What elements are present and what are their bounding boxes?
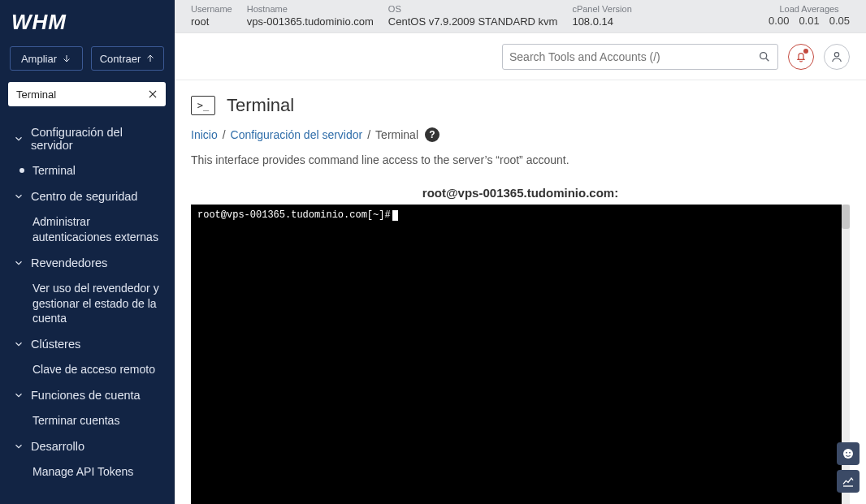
expand-all-label: Ampliar — [21, 53, 57, 65]
bullet-icon — [18, 416, 26, 424]
bullet-icon — [18, 365, 26, 373]
chevron-down-icon — [13, 133, 24, 144]
terminal-container: root@vps-001365.tudominio.com[~]# — [191, 205, 850, 504]
status-bar: Username root Hostname vps-001365.tudomi… — [175, 0, 866, 33]
page-title: Terminal — [227, 95, 294, 116]
svg-point-3 — [19, 367, 24, 372]
user-icon — [830, 50, 843, 63]
svg-point-0 — [19, 168, 24, 173]
sidebar-group-label: Clústeres — [31, 338, 80, 351]
sidebar-item-label: Administrar autenticaciones externas — [32, 214, 164, 245]
svg-point-4 — [19, 418, 24, 423]
sidebar-search-input[interactable] — [8, 88, 166, 101]
svg-point-2 — [19, 286, 24, 291]
svg-point-1 — [19, 219, 24, 224]
sidebar-group-security[interactable]: Centro de seguridad — [0, 183, 174, 209]
help-button[interactable]: ? — [425, 127, 439, 142]
sidebar-search[interactable] — [8, 82, 166, 106]
user-menu-button[interactable] — [824, 44, 850, 70]
breadcrumb: Inicio/ Configuración del servidor/ Term… — [191, 127, 850, 142]
header-toolbar — [175, 33, 866, 80]
sidebar-group-label: Configuración del servidor — [31, 126, 164, 152]
page-header: >_ Terminal — [191, 95, 850, 116]
sidebar-group-label: Revendedores — [31, 256, 107, 269]
crumb-home[interactable]: Inicio — [191, 128, 218, 141]
status-hostname: Hostname vps-001365.tudominio.com — [247, 3, 374, 29]
bullet-icon — [18, 284, 26, 292]
sidebar-item-api-tokens[interactable]: Manage API Tokens — [0, 459, 174, 485]
load-15m: 0.05 — [829, 15, 850, 27]
terminal-page-icon: >_ — [191, 96, 215, 115]
sidebar-item-remote-key[interactable]: Clave de acceso remoto — [0, 357, 174, 382]
status-os: OS CentOS v7.9.2009 STANDARD kvm — [388, 3, 558, 29]
main-panel: Username root Hostname vps-001365.tudomi… — [175, 0, 866, 504]
chevron-down-icon — [13, 257, 24, 269]
collapse-all-label: Contraer — [100, 53, 141, 65]
sidebar-item-external-auth[interactable]: Administrar autenticaciones externas — [0, 209, 174, 250]
global-search[interactable] — [502, 44, 778, 70]
sidebar-item-terminate-accounts[interactable]: Terminar cuentas — [0, 408, 174, 433]
sidebar-group-label: Desarrollo — [31, 440, 84, 453]
arrow-up-icon — [145, 54, 155, 63]
svg-point-7 — [834, 52, 838, 56]
svg-point-9 — [846, 452, 847, 454]
clear-search-button[interactable] — [145, 86, 161, 102]
load-1m: 0.00 — [769, 15, 789, 27]
status-load: Load Averages 0.00 0.01 0.05 — [769, 3, 850, 27]
sidebar-item-label: Manage API Tokens — [32, 464, 164, 480]
sidebar-item-label: Clave de acceso remoto — [32, 362, 164, 377]
search-icon — [758, 50, 771, 63]
chat-help-button[interactable] — [837, 442, 860, 465]
stats-button[interactable] — [837, 470, 860, 493]
sidebar-item-terminal[interactable]: Terminal — [0, 158, 174, 183]
status-version: cPanel Version 108.0.14 — [572, 3, 631, 29]
global-search-input[interactable] — [509, 50, 758, 63]
svg-point-6 — [760, 52, 767, 58]
sidebar-group-label: Funciones de cuenta — [31, 389, 141, 402]
active-bullet-icon — [18, 166, 26, 174]
logo-row: WHM — [0, 0, 174, 46]
sidebar-group-clusters[interactable]: Clústeres — [0, 331, 174, 357]
chevron-down-icon — [13, 338, 24, 350]
sidebar-group-account-funcs[interactable]: Funciones de cuenta — [0, 382, 174, 408]
bullet-icon — [18, 218, 26, 226]
arrow-down-icon — [62, 54, 71, 63]
sidebar-nav: Configuración del servidor Terminal Cent… — [0, 116, 174, 504]
collapse-all-button[interactable]: Contraer — [91, 46, 164, 71]
smile-icon — [842, 447, 855, 460]
terminal-title: root@vps-001365.tudominio.com: — [191, 186, 850, 200]
sidebar-item-label: Terminar cuentas — [32, 413, 164, 429]
sidebar-group-resellers[interactable]: Revendedores — [0, 250, 174, 276]
sidebar: WHM Ampliar Contraer C — [0, 0, 175, 504]
crumb-server[interactable]: Configuración del servidor — [231, 128, 363, 141]
notification-dot-icon — [803, 49, 808, 54]
sidebar-group-development[interactable]: Desarrollo — [0, 433, 174, 459]
crumb-leaf: Terminal — [375, 128, 418, 141]
bullet-icon — [18, 467, 26, 476]
status-username: Username root — [191, 3, 232, 29]
sidebar-item-reseller-usage[interactable]: Ver uso del revendedor y gestionar el es… — [0, 276, 174, 332]
sidebar-group-label: Centro de seguridad — [31, 190, 137, 203]
terminal-prompt: root@vps-001365.tudominio.com[~]# — [197, 209, 391, 221]
chevron-down-icon — [13, 390, 24, 401]
notifications-button[interactable] — [788, 44, 814, 70]
sidebar-item-label: Terminal — [32, 163, 164, 179]
close-icon — [147, 88, 158, 100]
svg-point-5 — [19, 469, 24, 474]
chevron-down-icon — [13, 191, 24, 202]
terminal[interactable]: root@vps-001365.tudominio.com[~]# — [191, 205, 850, 504]
sidebar-item-label: Ver uso del revendedor y gestionar el es… — [32, 281, 164, 327]
svg-point-10 — [849, 452, 851, 454]
expand-all-button[interactable]: Ampliar — [10, 46, 83, 71]
svg-point-8 — [843, 449, 853, 459]
chevron-down-icon — [13, 441, 24, 452]
load-5m: 0.01 — [799, 15, 819, 27]
chart-icon — [842, 475, 855, 488]
product-logo: WHM — [11, 10, 162, 35]
page-description: This interface provides command line acc… — [191, 153, 850, 166]
sidebar-group-server-config[interactable]: Configuración del servidor — [0, 119, 174, 158]
terminal-cursor-icon — [392, 210, 398, 221]
